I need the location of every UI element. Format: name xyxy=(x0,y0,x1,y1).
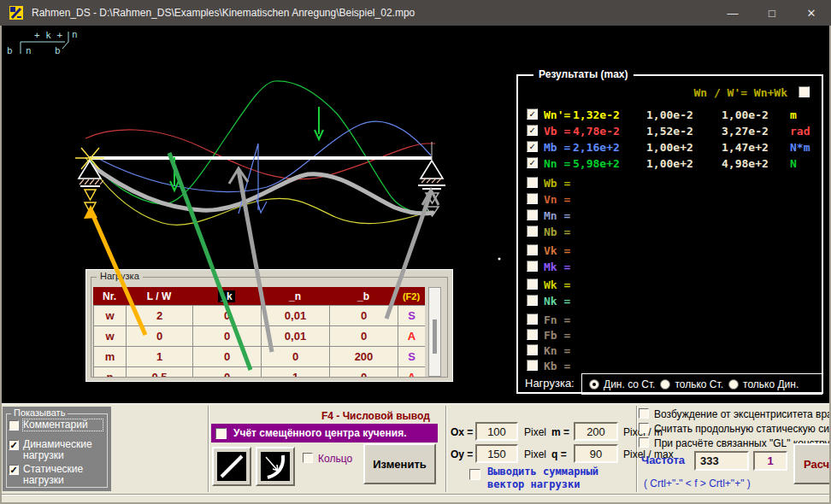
load-table-panel: Нагрузка Nr. L / W _k _n _b (F2) w 2 0 0… xyxy=(85,269,453,382)
eccentricity-checkbox[interactable] xyxy=(639,408,649,419)
table-cell[interactable]: w xyxy=(94,326,126,346)
table-cell[interactable]: m xyxy=(94,347,126,366)
col-header-b[interactable]: _b xyxy=(329,290,398,302)
table-cell[interactable]: 1 xyxy=(127,347,192,366)
line-mode-button[interactable] xyxy=(212,447,251,486)
table-cell[interactable]: 200 xyxy=(330,347,398,366)
modify-button[interactable]: Изменить xyxy=(363,443,436,484)
result-checkbox[interactable] xyxy=(527,177,538,188)
result-row: Fn = xyxy=(518,314,822,327)
radio-static-only[interactable]: только Ст. xyxy=(660,378,723,390)
result-checkbox[interactable]: ✓ xyxy=(527,141,538,152)
frequency-input[interactable] xyxy=(694,451,749,471)
frequency-shortcut-hint: ( Crtl+"-" < f > Crtl+"+" ) xyxy=(644,478,751,489)
result-checkbox[interactable]: ✓ xyxy=(527,125,538,136)
col-header-nr[interactable]: Nr. xyxy=(93,290,126,302)
load-mode-label: Нагрузка: xyxy=(525,377,575,390)
oy-input[interactable] xyxy=(475,444,518,463)
sum-vector-checkbox[interactable] xyxy=(469,469,480,480)
col-header-k[interactable]: _k xyxy=(192,290,261,302)
result-checkbox[interactable] xyxy=(527,344,538,355)
result-checkbox[interactable] xyxy=(527,360,538,371)
results-panel: Результаты (max) Wn / W'= Wn+Wk ✓Wn'=1,3… xyxy=(516,74,823,394)
table-cell-type[interactable]: S xyxy=(398,347,425,366)
table-cell[interactable]: 0 xyxy=(262,347,329,366)
table-cell-type[interactable]: A xyxy=(398,367,425,377)
table-cell[interactable]: 2 xyxy=(127,306,192,325)
checkbox: ✓ xyxy=(9,440,19,450)
table-cell[interactable]: 0 xyxy=(127,326,192,346)
divider xyxy=(208,406,209,492)
gl-structures-checkbox[interactable] xyxy=(639,437,649,448)
table-cell[interactable]: 0 xyxy=(330,326,398,346)
eccentricity-label: Возбуждение от эксцентриситета вращ xyxy=(654,408,829,420)
result-checkbox[interactable] xyxy=(527,314,538,325)
result-checkbox[interactable] xyxy=(527,261,538,272)
formula-checkbox[interactable] xyxy=(799,86,810,97)
table-cell[interactable]: w xyxy=(94,306,126,325)
result-checkbox[interactable] xyxy=(527,209,538,220)
m-label: m = xyxy=(551,426,569,438)
table-scrollbar-thumb[interactable] xyxy=(433,319,437,354)
table-cell[interactable]: 0 xyxy=(193,347,261,366)
title-bar: Rahmen_DS - D:\Rahmen_DS\Examples\Kinema… xyxy=(0,0,831,26)
table-cell[interactable]: 0 xyxy=(193,326,261,346)
result-checkbox[interactable] xyxy=(527,226,538,237)
result-row: Kn = xyxy=(518,344,822,358)
ring-label: Кольцо xyxy=(318,453,352,465)
radio-dynamic-only[interactable]: только Дин. xyxy=(728,378,799,390)
show-item-static-loads[interactable]: ✓ Статические нагрузки xyxy=(9,464,103,486)
result-checkbox[interactable]: ✓ xyxy=(527,108,538,120)
radio-icon xyxy=(589,379,599,390)
show-item-comment[interactable]: Комментарий xyxy=(9,419,103,431)
curve-arrow-icon xyxy=(261,452,290,481)
divider xyxy=(2,494,829,495)
frequency-multiplier-input[interactable] xyxy=(753,451,787,471)
result-checkbox[interactable]: ✓ xyxy=(527,157,538,168)
col-header-n[interactable]: _n xyxy=(261,290,329,302)
q-input[interactable] xyxy=(574,444,618,463)
table-cell[interactable]: 0,01 xyxy=(262,326,329,346)
results-formula: Wn / W'= Wn+Wk xyxy=(693,86,787,99)
offset-center-label: Учёт смещённого центра кучения. xyxy=(233,427,406,439)
table-cell[interactable]: 0 xyxy=(193,306,261,325)
close-button[interactable]: ✕ xyxy=(792,0,831,26)
static-force-checkbox[interactable] xyxy=(639,423,649,433)
table-cell[interactable]: n xyxy=(94,367,126,377)
offset-center-checkbox[interactable] xyxy=(215,428,227,439)
load-table: Nr. L / W _k _n _b (F2) w 2 0 0,01 0 S w… xyxy=(93,287,425,377)
table-cell[interactable]: 0,5 xyxy=(127,367,192,377)
ring-checkbox[interactable] xyxy=(303,453,313,463)
result-row: Mk = xyxy=(518,261,822,274)
diagonal-line-icon xyxy=(217,452,246,481)
divider xyxy=(445,406,447,492)
minimize-button[interactable]: — xyxy=(713,0,752,26)
table-cell[interactable]: 1 xyxy=(262,367,329,377)
result-checkbox[interactable] xyxy=(527,244,538,255)
table-cell[interactable]: 0 xyxy=(330,306,398,325)
calculate-button[interactable]: Расчи xyxy=(793,443,829,484)
table-cell[interactable]: 0,01 xyxy=(262,306,329,325)
result-checkbox[interactable] xyxy=(527,329,538,340)
result-checkbox[interactable] xyxy=(527,193,538,204)
show-item-dynamic-loads[interactable]: ✓ Динамические нагрузки xyxy=(9,439,103,461)
checkbox xyxy=(9,420,19,431)
table-cell[interactable]: 0 xyxy=(193,367,261,377)
result-row: Fb = xyxy=(518,329,822,343)
col-header-lw[interactable]: L / W xyxy=(126,290,192,302)
curve-mode-button[interactable] xyxy=(256,447,295,486)
result-row: Kb = xyxy=(518,360,822,373)
offset-center-banner[interactable]: Учёт смещённого центра кучения. xyxy=(211,424,438,442)
maximize-button[interactable]: □ xyxy=(752,0,792,26)
result-row: Mn = xyxy=(518,209,822,223)
result-checkbox[interactable] xyxy=(527,278,538,290)
m-input[interactable] xyxy=(574,422,618,441)
ox-unit: Pixel xyxy=(524,426,546,438)
sum-vector-label-line1: Выводить суммарный xyxy=(487,466,598,478)
table-cell[interactable]: 0 xyxy=(330,367,398,377)
table-cell-type[interactable]: S xyxy=(398,306,425,325)
radio-dyn-with-static[interactable]: Дин. со Ст. xyxy=(589,378,655,390)
result-checkbox[interactable] xyxy=(527,295,538,306)
ox-input[interactable] xyxy=(475,422,518,441)
table-cell-type[interactable]: A xyxy=(398,326,425,346)
